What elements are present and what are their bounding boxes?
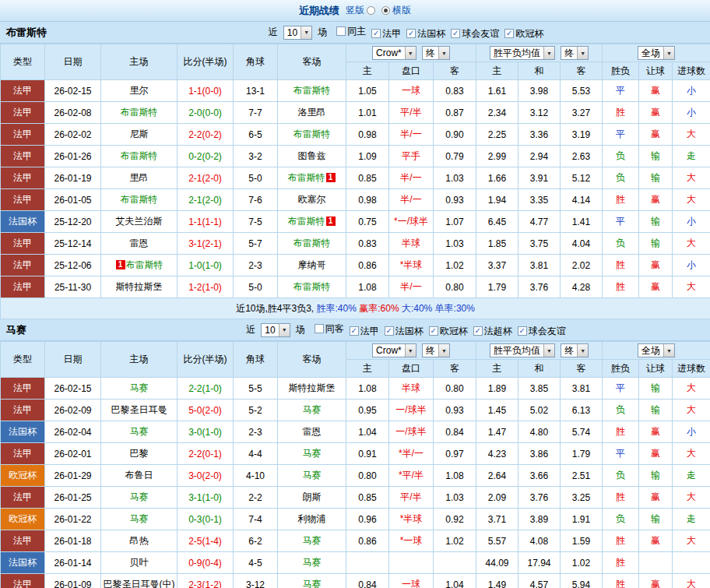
cell-odds-away: 0.97 <box>434 443 476 465</box>
cell-avg-away: 1.41 <box>561 211 603 233</box>
cell-goals: 大 <box>673 167 710 189</box>
checkbox-checked-icon[interactable]: ✓ <box>504 29 514 38</box>
cell-odds-away: 1.03 <box>434 167 476 189</box>
odds-time-select[interactable]: 终▼ <box>422 343 450 357</box>
cell-odds-home: 0.91 <box>346 443 389 465</box>
col-handicap: 盘口 <box>389 62 434 80</box>
avg-time-select[interactable]: 终▼ <box>561 343 589 357</box>
view-mode-vertical-label: 竖版 <box>346 4 364 17</box>
filter-checkbox-法国杯[interactable]: ✓法国杯 <box>406 27 445 40</box>
scope-select[interactable]: 全场▼ <box>638 46 675 60</box>
cell-avg-home: 2.09 <box>476 487 518 509</box>
filter-checkbox-球会友谊[interactable]: ✓球会友谊 <box>518 325 566 338</box>
col-handicap-result: 让球 <box>639 62 673 80</box>
cell-home-team: 昂热 <box>101 530 178 552</box>
cell-avg-away: 3.25 <box>561 487 603 509</box>
filter-checkbox-同客[interactable]: 同客 <box>315 322 344 336</box>
team-name-text: 贝叶 <box>130 557 149 568</box>
filter-checkbox-法超杯[interactable]: ✓法超杯 <box>473 325 512 338</box>
avg-time-select[interactable]: 终▼ <box>561 46 589 60</box>
odds-group-header: Crow*▼ 终▼ <box>346 342 476 360</box>
bookmaker-select[interactable]: Crow*▼ <box>372 343 417 357</box>
cell-score: 2-3(1-2) <box>178 574 234 588</box>
checkbox-checked-icon[interactable]: ✓ <box>518 326 527 336</box>
filter-checkbox-球会友谊[interactable]: ✓球会友谊 <box>451 27 499 40</box>
scope-select[interactable]: 全场▼ <box>638 343 675 357</box>
cell-result: 平 <box>603 80 639 102</box>
cell-away-team: 布雷斯特1 <box>278 167 346 189</box>
team-name-text: 利物浦 <box>298 513 326 524</box>
results-table: 类型 日期 主场 比分(半场) 角球 客场 Crow*▼ 终▼ 胜平负均值▼ 终… <box>0 341 710 588</box>
cell-avg-draw: 17.94 <box>518 552 561 574</box>
cell-avg-away: 1.59 <box>561 530 603 552</box>
checkbox-checked-icon[interactable]: ✓ <box>406 29 416 38</box>
chevron-down-icon: ▼ <box>577 47 588 59</box>
match-count-select[interactable]: 10▼ <box>261 323 290 337</box>
filter-checkbox-法甲[interactable]: ✓法甲 <box>371 27 401 40</box>
checkbox-label: 球会友谊 <box>462 27 499 40</box>
summary-stat: 赢率:60% <box>357 303 399 314</box>
table-row: 法甲 26-02-02 尼斯 2-2(0-2) 6-5 布雷斯特 0.98 半/… <box>1 124 710 146</box>
cell-goals: 大 <box>673 276 710 298</box>
checkbox-checked-icon[interactable]: ✓ <box>350 326 359 336</box>
cell-result: 负 <box>603 233 639 255</box>
team-name-text: 巴黎圣日耳曼 <box>111 404 167 415</box>
scope-group-header: 全场▼ <box>603 342 710 360</box>
cell-result: 胜 <box>603 276 639 298</box>
filter-checkbox-欧冠杯[interactable]: ✓欧冠杯 <box>504 27 543 40</box>
radio-icon[interactable] <box>367 6 375 15</box>
avg-odds-select[interactable]: 胜平负均值▼ <box>490 46 555 60</box>
filter-checkbox-法甲[interactable]: ✓法甲 <box>350 325 379 338</box>
cell-score: 3-0(2-0) <box>178 465 234 487</box>
view-mode-vertical[interactable]: 竖版 <box>346 4 375 17</box>
col-avg-draw: 和 <box>518 360 561 378</box>
cell-avg-home: 1.47 <box>476 421 518 443</box>
cell-odds-away: 0.92 <box>434 509 476 530</box>
cell-score: 1-0(1-0) <box>178 255 234 276</box>
cell-away-team: 马赛 <box>278 530 346 552</box>
cell-handicap-result: 赢 <box>639 443 673 465</box>
bookmaker-select[interactable]: Crow*▼ <box>372 46 417 60</box>
cell-avg-home: 1.45 <box>476 400 518 421</box>
chevron-down-icon: ▼ <box>301 26 311 39</box>
cell-handicap: *半球 <box>389 255 434 276</box>
cell-handicap-result: 输 <box>639 465 673 487</box>
cell-odds-home: 0.83 <box>346 233 389 255</box>
checkbox-checked-icon[interactable]: ✓ <box>429 326 438 336</box>
cell-handicap-result: 赢 <box>639 80 673 102</box>
checkbox-checked-icon[interactable]: ✓ <box>371 29 381 38</box>
team-name-text: 斯特拉斯堡 <box>116 281 163 292</box>
cell-handicap-result: 赢 <box>639 487 673 509</box>
cell-handicap: *一球 <box>389 530 434 552</box>
cell-odds-away: 1.08 <box>434 465 476 487</box>
team-section: 马赛 近 10▼ 场 同客✓法甲✓法国杯✓欧冠杯✓法超杯✓球会友谊 类型 日期 … <box>0 319 710 588</box>
chevron-down-icon: ▼ <box>663 344 674 357</box>
cell-corners: 13-1 <box>234 80 278 102</box>
checkbox-checked-icon[interactable]: ✓ <box>385 326 394 336</box>
match-count-select[interactable]: 10▼ <box>283 26 312 40</box>
cell-result: 平 <box>603 124 639 146</box>
chevron-down-icon: ▼ <box>279 324 290 336</box>
filter-checkbox-法国杯[interactable]: ✓法国杯 <box>385 325 424 338</box>
col-type: 类型 <box>1 342 45 378</box>
checkbox-label: 同客 <box>325 322 344 336</box>
team-name-text: 马赛 <box>130 513 149 524</box>
chevron-down-icon: ▼ <box>405 344 416 357</box>
table-row: 法甲 26-02-15 马赛 2-2(1-0) 5-5 斯特拉斯堡 1.08 半… <box>1 378 710 400</box>
cell-handicap: 一/球半 <box>389 421 434 443</box>
cell-result: 胜 <box>603 487 639 509</box>
filter-checkbox-欧冠杯[interactable]: ✓欧冠杯 <box>429 325 468 338</box>
cell-competition: 法甲 <box>1 146 45 167</box>
checkbox-unchecked-icon[interactable] <box>336 26 346 36</box>
checkbox-checked-icon[interactable]: ✓ <box>451 29 460 38</box>
cell-home-team: 艾夫兰治斯 <box>101 211 178 233</box>
cell-goals: 走 <box>673 146 710 167</box>
cell-away-team: 欧塞尔 <box>278 189 346 211</box>
avg-odds-select[interactable]: 胜平负均值▼ <box>490 343 555 357</box>
odds-time-select[interactable]: 终▼ <box>422 46 450 60</box>
filter-checkbox-同主[interactable]: 同主 <box>336 25 366 38</box>
radio-icon[interactable] <box>381 6 390 15</box>
view-mode-horizontal[interactable]: 横版 <box>381 4 411 17</box>
checkbox-unchecked-icon[interactable] <box>315 324 324 333</box>
checkbox-checked-icon[interactable]: ✓ <box>473 326 483 336</box>
